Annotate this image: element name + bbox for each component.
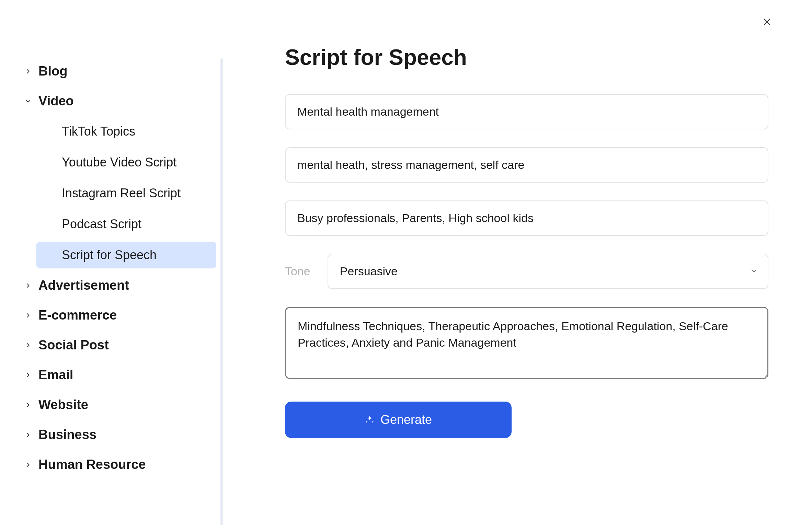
sidebar-category-video[interactable]: Video — [21, 88, 216, 114]
sidebar-category-label: Human Resource — [38, 457, 146, 472]
sidebar-subitem-instagram-reel-script[interactable]: Instagram Reel Script — [36, 180, 216, 207]
sidebar-category-label: Email — [38, 368, 73, 382]
details-textarea[interactable] — [285, 307, 768, 379]
sidebar-category-label: Blog — [38, 64, 67, 79]
sidebar-subitem-youtube-video-script[interactable]: Youtube Video Script — [36, 149, 216, 176]
chevron-right-icon — [24, 281, 32, 290]
topic-input[interactable] — [285, 94, 768, 129]
sidebar-category-label: Business — [38, 427, 96, 442]
sparkle-icon — [365, 415, 375, 425]
sidebar-category-advertisement[interactable]: Advertisement — [21, 273, 216, 298]
sidebar-category-label: Social Post — [38, 338, 109, 352]
keywords-input[interactable] — [285, 147, 768, 183]
sidebar-category-email[interactable]: Email — [21, 362, 216, 388]
chevron-right-icon — [24, 67, 32, 76]
chevron-right-icon — [24, 311, 32, 320]
sidebar-category-human-resource[interactable]: Human Resource — [21, 452, 216, 477]
sidebar: Blog Video TikTok Topics Youtube Video S… — [0, 0, 240, 532]
chevron-right-icon — [24, 341, 32, 349]
scrollbar[interactable] — [220, 58, 223, 525]
sidebar-category-label: Advertisement — [38, 278, 129, 293]
main-content: Script for Speech Tone Persuasive — [240, 0, 789, 532]
close-button[interactable] — [759, 14, 775, 30]
sidebar-subitem-script-for-speech[interactable]: Script for Speech — [36, 242, 216, 268]
sidebar-category-label: Website — [38, 397, 88, 412]
chevron-right-icon — [24, 461, 32, 469]
sidebar-category-website[interactable]: Website — [21, 392, 216, 418]
page-title: Script for Speech — [285, 45, 768, 70]
chevron-down-icon — [24, 97, 32, 105]
sidebar-category-blog[interactable]: Blog — [21, 58, 216, 84]
audience-input[interactable] — [285, 200, 768, 236]
sidebar-subitem-podcast-script[interactable]: Podcast Script — [36, 211, 216, 238]
chevron-right-icon — [24, 371, 32, 379]
sidebar-category-ecommerce[interactable]: E-commerce — [21, 302, 216, 328]
sidebar-category-label: E-commerce — [38, 308, 117, 323]
chevron-right-icon — [24, 401, 32, 409]
chevron-right-icon — [24, 431, 32, 439]
close-icon — [762, 16, 773, 27]
tone-label: Tone — [285, 265, 310, 278]
sidebar-subitem-tiktok-topics[interactable]: TikTok Topics — [36, 118, 216, 145]
generate-button-label: Generate — [380, 413, 432, 427]
tone-select[interactable]: Persuasive — [328, 254, 768, 289]
sidebar-category-label: Video — [38, 94, 74, 108]
sidebar-category-social-post[interactable]: Social Post — [21, 332, 216, 358]
sidebar-category-business[interactable]: Business — [21, 422, 216, 448]
generate-button[interactable]: Generate — [285, 402, 512, 438]
